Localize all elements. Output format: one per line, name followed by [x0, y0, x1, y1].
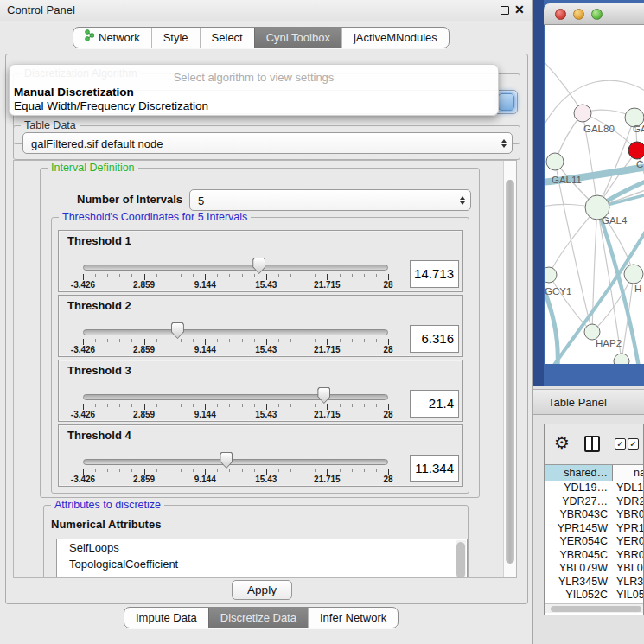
cell-name[interactable]: YBL07 — [613, 562, 643, 576]
node-label-gal4: GAL4 — [602, 215, 628, 226]
cell-shared-name[interactable]: YBR045C — [545, 549, 613, 563]
table-row[interactable]: YLR345WYLR34 — [545, 576, 643, 590]
control-panel: Control Panel ✕ NetworkStyleSelectCyni T… — [0, 0, 533, 644]
close-traffic-light-icon[interactable] — [555, 9, 566, 20]
table-panel-title: Table Panel — [548, 396, 607, 409]
cell-shared-name[interactable]: YER054C — [545, 535, 613, 549]
zoom-traffic-light-icon[interactable] — [591, 9, 603, 20]
edge-node[interactable] — [614, 354, 629, 364]
table-row[interactable]: YER054CYER05 — [545, 535, 643, 549]
h-node[interactable] — [624, 265, 643, 284]
list-scrollbar[interactable] — [456, 540, 466, 578]
number-of-intervals-value: 5 — [198, 194, 204, 207]
scrollbar-thumb[interactable] — [551, 606, 641, 612]
network-canvas[interactable]: GAL80GAGAL11CGAL4GCY1HHAP2 — [545, 25, 644, 364]
table-row[interactable]: YBL079WYBL07 — [545, 562, 643, 576]
checkbox-icon[interactable]: ✓ — [628, 438, 639, 450]
gcy1-node[interactable] — [545, 267, 557, 283]
cell-name[interactable]: YBR04 — [613, 549, 643, 563]
tab-discretize-data[interactable]: Discretize Data — [208, 608, 308, 628]
attribute-item[interactable]: SelfLoops — [57, 539, 467, 556]
cell-shared-name[interactable]: YBL079W — [545, 562, 613, 576]
tab-cyni-toolbox[interactable]: Cyni Toolbox — [254, 28, 341, 48]
tab-infer-network[interactable]: Infer Network — [308, 608, 398, 628]
attributes-list[interactable]: SelfLoopsTopologicalCoefficientBetweenne… — [56, 539, 468, 578]
table-data-combobox[interactable]: galFiltered.sif default node — [22, 132, 513, 154]
cell-name[interactable]: YLR34 — [613, 576, 643, 590]
tab-select[interactable]: Select — [200, 28, 254, 48]
slider-track[interactable] — [83, 329, 388, 335]
pink-node[interactable] — [574, 105, 591, 122]
table-horizontal-scrollbar[interactable] — [545, 603, 643, 613]
table-row[interactable]: YBR043CYBR04 — [545, 508, 643, 522]
threshold-3-value-field[interactable]: 21.4 — [410, 390, 459, 418]
threshold-2-value-field[interactable]: 6.316 — [410, 325, 459, 353]
apply-button[interactable]: Apply — [232, 580, 292, 600]
cell-name[interactable]: YPR14 — [613, 522, 643, 536]
panel-title: Control Panel — [7, 3, 75, 16]
column-header-name[interactable]: name — [613, 465, 643, 481]
algorithm-item-manual[interactable]: Manual Discretization — [14, 86, 134, 99]
node-label-gal11: GAL11 — [552, 175, 582, 185]
table-column-header[interactable]: shared… name — [545, 464, 643, 481]
stepper-icon — [460, 196, 465, 205]
threshold-4-value-field[interactable]: 11.344 — [410, 455, 459, 482]
cell-name[interactable]: YER05 — [613, 535, 643, 549]
cell-shared-name[interactable]: YPR145W — [545, 522, 613, 536]
settings-gear-icon[interactable]: ⚙ — [554, 432, 570, 453]
tab-impute-data[interactable]: Impute Data — [124, 608, 208, 628]
cell-name[interactable]: YBR04 — [613, 508, 643, 522]
slider-thumb[interactable] — [220, 452, 233, 469]
cell-shared-name[interactable]: YLR345W — [545, 576, 613, 590]
table-data-value: galFiltered.sif default node — [31, 137, 163, 150]
network-edge[interactable] — [545, 60, 583, 113]
tab-network[interactable]: Network — [73, 28, 151, 48]
cell-name[interactable]: YIL05 — [613, 589, 643, 603]
threshold-2-panel: Threshold 2 6.316 -3.4262.8599.14415.432… — [58, 295, 463, 357]
tab-style[interactable]: Style — [151, 28, 200, 48]
cell-shared-name[interactable]: YDL19… — [545, 481, 613, 495]
table-row[interactable]: YDL19…YDL19 — [545, 481, 643, 495]
slider-thumb[interactable] — [317, 387, 330, 404]
float-window-icon[interactable] — [501, 6, 509, 15]
tab-label: Impute Data — [136, 608, 197, 628]
slider-track[interactable] — [83, 394, 388, 400]
settings-scrollbar[interactable] — [503, 161, 516, 577]
gal11-node[interactable] — [546, 153, 564, 170]
network-edge[interactable] — [555, 162, 592, 332]
attribute-item[interactable]: BetweennessCentrality — [57, 572, 467, 578]
threshold-1-panel: Threshold 1 14.713 -3.4262.8599.14415.43… — [58, 230, 463, 292]
algorithm-placeholder-item[interactable]: Select algorithm to view settings — [10, 71, 498, 84]
column-header-shared-name[interactable]: shared… — [545, 465, 613, 481]
cell-shared-name[interactable]: YIL052C — [545, 589, 613, 603]
minimize-traffic-light-icon[interactable] — [573, 9, 584, 20]
cell-name[interactable]: YDR27 — [613, 495, 643, 509]
split-columns-icon[interactable] — [584, 436, 600, 452]
combobox-stepper-icon[interactable] — [498, 93, 514, 111]
close-icon[interactable]: ✕ — [514, 3, 525, 16]
threshold-4-panel: Threshold 4 11.344 -3.4262.8599.14415.43… — [58, 424, 463, 487]
cell-name[interactable]: YDL19 — [613, 481, 643, 495]
node-label-gal80: GAL80 — [583, 124, 615, 134]
cell-shared-name[interactable]: YDR27… — [545, 495, 613, 509]
number-of-intervals-combobox[interactable]: 5 — [189, 189, 471, 211]
slider-track[interactable] — [83, 265, 388, 271]
table-row[interactable]: YPR145WYPR14 — [545, 522, 643, 536]
network-window-titlebar[interactable] — [544, 3, 644, 25]
scrollbar-thumb[interactable] — [506, 180, 514, 564]
attribute-item[interactable]: TopologicalCoefficient — [57, 556, 467, 572]
cell-shared-name[interactable]: YBR043C — [545, 508, 613, 522]
slider-thumb[interactable] — [171, 322, 184, 339]
table-data-title: Table Data — [21, 119, 80, 131]
table-row[interactable]: YBR045CYBR04 — [545, 549, 643, 563]
algorithm-item-equal-width[interactable]: Equal Width/Frequency Discretization — [14, 99, 208, 112]
tab-jactivemnodules[interactable]: jActiveMNodules — [341, 28, 449, 48]
table-panel-content: ⚙ ✓ ✓ shared… name YDL19…YDL19YDR27…YDR2… — [544, 424, 644, 615]
checkbox-icon[interactable]: ✓ — [615, 438, 626, 450]
table-row[interactable]: YIL052CYIL05 — [545, 589, 643, 603]
threshold-1-value-field[interactable]: 14.713 — [410, 260, 459, 288]
table-row[interactable]: YDR27…YDR27 — [545, 495, 643, 509]
slider-thumb[interactable] — [252, 258, 265, 274]
slider-track[interactable] — [83, 459, 388, 465]
red-node[interactable] — [628, 142, 644, 159]
